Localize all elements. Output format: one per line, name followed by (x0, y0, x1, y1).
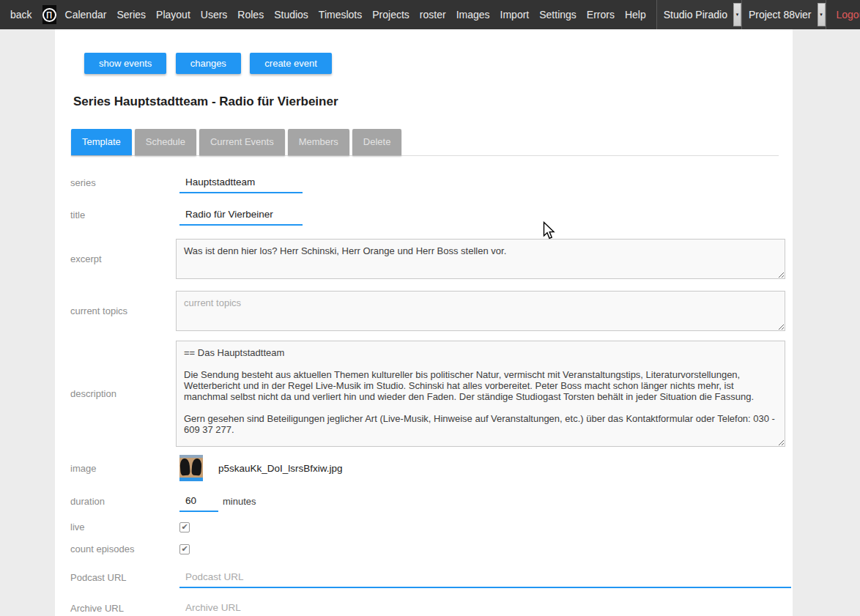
duration-input[interactable] (179, 491, 218, 512)
nav-item-playout[interactable]: Playout (156, 9, 190, 21)
thumbnail-art (191, 459, 202, 476)
content-card: show events changes create event Series … (55, 29, 793, 616)
tab-schedule[interactable]: Schedule (135, 129, 196, 155)
live-checkbox[interactable]: ✔ (179, 522, 190, 532)
description-row: description == Das Hauptstadtteam Die Se… (70, 341, 793, 447)
live-label: live (70, 522, 179, 532)
studio-select-value: Studio Piradio (664, 9, 727, 21)
series-template-form: series title excerpt Was ist denn hier l… (55, 172, 793, 616)
dropdown-arrow-icon[interactable]: ▼ (818, 3, 826, 26)
duration-label: duration (70, 496, 179, 507)
nav-separator (826, 0, 826, 29)
podcast-url-label: Podcast URL (70, 572, 179, 583)
create-event-button[interactable]: create event (250, 53, 332, 74)
archive-url-row: Archive URL (70, 598, 793, 616)
current-topics-textarea[interactable] (176, 291, 785, 331)
tab-bar: Template Schedule Current Events Members… (71, 129, 779, 156)
logout-link[interactable]: Logout (837, 9, 860, 21)
checkmark-icon: ✔ (181, 545, 188, 553)
thumbnail-art (179, 478, 203, 481)
podcast-url-row: Podcast URL (70, 567, 793, 588)
nav-back-link[interactable]: back (10, 9, 32, 21)
nav-item-settings[interactable]: Settings (539, 9, 577, 21)
series-image-thumbnail[interactable] (179, 455, 203, 481)
nav-item-studios[interactable]: Studios (274, 9, 308, 21)
pi-circle-icon: ∏ (42, 8, 56, 22)
nav-item-roles[interactable]: Roles (237, 9, 264, 21)
live-row: live ✔ (70, 522, 793, 532)
excerpt-textarea[interactable]: Was ist denn hier los? Herr Schinski, He… (176, 239, 785, 279)
nav-item-images[interactable]: Images (456, 9, 490, 21)
image-row: image p5skauKk_DoI_lsrsBfxiw.jpg (70, 455, 793, 481)
count-episodes-label: count episodes (70, 543, 179, 554)
count-episodes-checkbox[interactable]: ✔ (179, 544, 190, 554)
thumbnail-art (179, 455, 203, 458)
top-navbar: back ∏ Calendar Series Playout Users Rol… (0, 0, 860, 29)
changes-button[interactable]: changes (176, 53, 241, 74)
duration-unit: minutes (223, 496, 256, 507)
dropdown-arrow-icon[interactable]: ▼ (733, 3, 741, 26)
series-row: series (70, 172, 793, 193)
show-events-button[interactable]: show events (84, 53, 166, 74)
archive-url-label: Archive URL (70, 603, 179, 614)
description-label: description (70, 388, 179, 399)
nav-item-series[interactable]: Series (116, 9, 146, 21)
nav-item-timeslots[interactable]: Timeslots (319, 9, 362, 21)
nav-item-errors[interactable]: Errors (587, 9, 615, 21)
image-label: image (70, 463, 179, 474)
duration-row: duration minutes (70, 491, 793, 512)
current-topics-label: current topics (70, 305, 179, 316)
toolbar: show events changes create event (55, 29, 793, 74)
count-episodes-row: count episodes ✔ (70, 543, 793, 554)
nav-right-group: Studio Piradio ▼ Project 88vier ▼ Logout… (656, 0, 860, 29)
nav-item-calendar[interactable]: Calendar (65, 9, 107, 21)
tab-members[interactable]: Members (288, 129, 349, 155)
podcast-url-input[interactable] (179, 567, 791, 588)
project-select[interactable]: Project 88vier ▼ (742, 0, 826, 29)
tab-delete[interactable]: Delete (352, 129, 402, 155)
description-textarea[interactable]: == Das Hauptstadtteam Die Sendung besteh… (176, 341, 785, 447)
checkmark-icon: ✔ (181, 523, 188, 531)
series-input[interactable] (179, 172, 303, 193)
excerpt-row: excerpt Was ist denn hier los? Herr Schi… (70, 239, 793, 279)
studio-select[interactable]: Studio Piradio ▼ (657, 0, 741, 29)
title-label: title (70, 209, 179, 220)
excerpt-label: excerpt (70, 253, 179, 264)
image-filename: p5skauKk_DoI_lsrsBfxiw.jpg (218, 463, 343, 474)
page-title: Series Hauptstadtteam - Radio für Vierbe… (73, 94, 793, 109)
thumbnail-art (179, 459, 190, 476)
tab-template[interactable]: Template (71, 129, 132, 155)
nav-item-users[interactable]: Users (201, 9, 228, 21)
series-label: series (70, 177, 179, 188)
nav-item-import[interactable]: Import (500, 9, 530, 21)
project-select-value: Project 88vier (749, 9, 812, 21)
piradio-logo-icon[interactable]: ∏ (42, 5, 56, 24)
current-topics-row: current topics (70, 291, 793, 331)
title-row: title (70, 204, 793, 226)
title-input[interactable] (179, 204, 303, 226)
nav-item-projects[interactable]: Projects (372, 9, 409, 21)
tab-current-events[interactable]: Current Events (199, 129, 285, 155)
archive-url-input[interactable] (179, 598, 791, 616)
nav-item-roster[interactable]: roster (420, 9, 446, 21)
nav-item-help[interactable]: Help (625, 9, 646, 21)
